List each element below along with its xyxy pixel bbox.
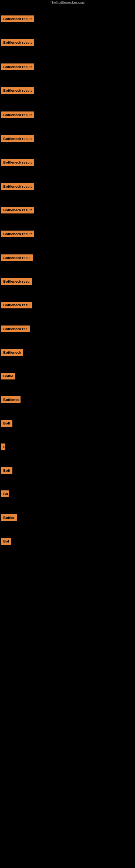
bottleneck-badge-2: Bottleneck result bbox=[1, 39, 34, 46]
bottleneck-badge-5: Bottleneck result bbox=[1, 112, 34, 118]
bottleneck-badge-17: Bottlenec bbox=[1, 396, 20, 403]
bottleneck-badge-23: Bot bbox=[1, 538, 11, 545]
bottleneck-badge-10: Bottleneck result bbox=[1, 230, 34, 237]
bottleneck-badge-12: Bottleneck resu bbox=[1, 278, 32, 285]
bottleneck-badge-20: Bott bbox=[1, 467, 12, 474]
bottleneck-badge-7: Bottleneck result bbox=[1, 159, 34, 166]
bottleneck-badge-9: Bottleneck result bbox=[1, 207, 34, 214]
bottleneck-badge-13: Bottleneck resu bbox=[1, 302, 32, 308]
bottleneck-badge-11: Bottleneck resul bbox=[1, 254, 33, 261]
bottleneck-badge-18: Bott bbox=[1, 420, 12, 427]
bottleneck-badge-21: Bo bbox=[1, 490, 9, 497]
bottleneck-badge-19: B bbox=[1, 443, 5, 450]
bottleneck-badge-15: Bottleneck bbox=[1, 349, 23, 356]
bottleneck-badge-4: Bottleneck result bbox=[1, 87, 34, 94]
badges-container: Bottleneck resultBottleneck resultBottle… bbox=[0, 0, 135, 868]
bottleneck-badge-1: Bottleneck result bbox=[1, 16, 34, 22]
bottleneck-badge-3: Bottleneck result bbox=[1, 63, 34, 70]
bottleneck-badge-14: Bottleneck res bbox=[1, 326, 30, 332]
bottleneck-badge-16: Bottle bbox=[1, 373, 15, 379]
bottleneck-badge-8: Bottleneck result bbox=[1, 183, 34, 190]
bottleneck-badge-22: Bottler bbox=[1, 514, 17, 521]
bottleneck-badge-6: Bottleneck result bbox=[1, 135, 34, 142]
